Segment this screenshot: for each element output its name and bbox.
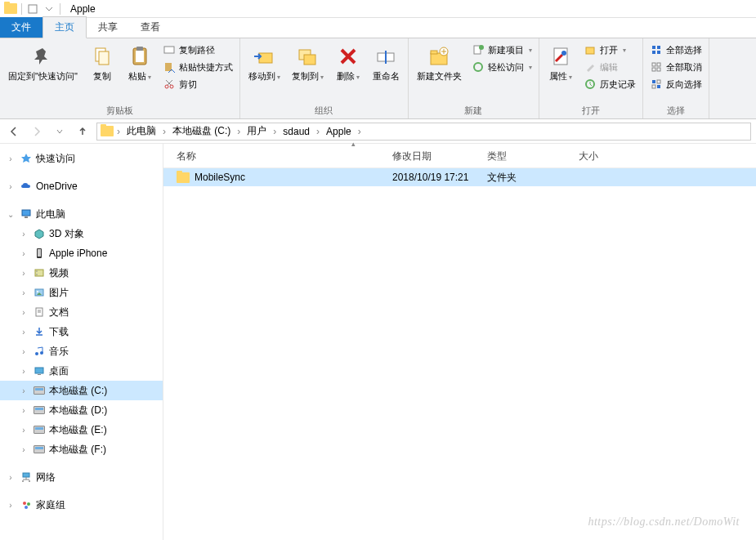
svg-rect-33 [652, 80, 655, 83]
invert-selection-button[interactable]: 反向选择 [646, 76, 705, 92]
copy-button[interactable]: 复制 [84, 40, 120, 85]
svg-rect-37 [22, 210, 30, 216]
navigation-pane[interactable]: ›快速访问 ›OneDrive ⌄此电脑 ›3D 对象 ›Apple iPhon… [0, 144, 163, 540]
svg-rect-23 [586, 47, 594, 54]
crumb-apple[interactable]: Apple [323, 126, 355, 137]
tree-disk-f[interactable]: ›本地磁盘 (F:) [0, 440, 163, 459]
rename-button[interactable]: 重命名 [368, 40, 405, 85]
svg-rect-25 [652, 46, 655, 49]
history-icon [584, 78, 597, 91]
easy-access-button[interactable]: 轻松访问▾ [468, 59, 535, 75]
path-icon [163, 43, 176, 56]
tree-homegroup[interactable]: ›家庭组 [0, 495, 163, 515]
address-bar: › 此电脑› 本地磁盘 (C:)› 用户› sdaud› Apple› [0, 119, 756, 144]
qat-placeholder-icon[interactable] [25, 2, 40, 16]
pin-to-quick-access-button[interactable]: 固定到"快速访问" [3, 40, 83, 85]
svg-rect-5 [136, 47, 143, 51]
svg-rect-53 [38, 374, 41, 375]
3d-icon [33, 227, 46, 240]
window-title: Apple [70, 3, 96, 15]
column-header-size[interactable]: 大小 [579, 150, 644, 163]
tree-onedrive[interactable]: ›OneDrive [0, 176, 163, 196]
file-row[interactable]: MobileSync 2018/10/19 17:21 文件夹 [163, 168, 756, 186]
ribbon-group-select: 全部选择 全部取消 反向选择 选择 [643, 38, 709, 118]
disk-icon [33, 423, 46, 436]
svg-rect-34 [657, 80, 660, 83]
tree-pictures[interactable]: ›图片 [0, 283, 163, 302]
crumb-disk-c[interactable]: 本地磁盘 (C:) [169, 124, 234, 138]
tree-disk-d[interactable]: ›本地磁盘 (D:) [0, 400, 163, 420]
tree-documents[interactable]: ›文档 [0, 302, 163, 322]
select-none-button[interactable]: 全部取消 [646, 59, 705, 75]
svg-point-9 [170, 85, 173, 88]
disk-icon [33, 443, 46, 456]
recent-dropdown-button[interactable] [51, 123, 69, 141]
new-item-button[interactable]: 新建项目▾ [468, 42, 535, 58]
svg-point-8 [165, 85, 168, 88]
svg-rect-6 [164, 47, 174, 53]
column-header-name[interactable]: 名称 [177, 150, 392, 163]
forward-button[interactable] [28, 123, 46, 141]
move-to-icon [251, 43, 277, 69]
open-group-label: 打开 [543, 103, 639, 118]
tree-disk-c[interactable]: ›本地磁盘 (C:) [0, 381, 163, 400]
back-button[interactable] [5, 123, 23, 141]
open-button[interactable]: 打开▾ [580, 42, 639, 58]
desktop-icon [33, 364, 46, 377]
paste-button[interactable]: 粘贴▾ [122, 40, 158, 85]
column-header-type[interactable]: 类型 [487, 150, 579, 163]
properties-button[interactable]: 属性▾ [543, 40, 579, 85]
delete-button[interactable]: 删除▾ [330, 40, 366, 85]
tab-share[interactable]: 共享 [87, 17, 129, 38]
tree-3d-objects[interactable]: ›3D 对象 [0, 224, 163, 243]
tree-this-pc[interactable]: ⌄此电脑 [0, 204, 163, 224]
paste-icon [127, 43, 153, 69]
tree-iphone[interactable]: ›Apple iPhone [0, 243, 163, 263]
copy-path-button[interactable]: 复制路径 [159, 42, 236, 58]
tree-downloads[interactable]: ›下载 [0, 322, 163, 341]
crumb-sdaud[interactable]: sdaud [280, 126, 313, 137]
paste-shortcut-button[interactable]: 粘贴快捷方式 [159, 59, 236, 75]
file-list-pane[interactable]: ▴ 名称 修改日期 类型 大小 MobileSync 2018/10/19 17… [163, 144, 756, 540]
easy-access-icon [472, 60, 485, 74]
select-all-button[interactable]: 全部选择 [646, 42, 705, 58]
svg-point-20 [474, 63, 482, 71]
tree-disk-e[interactable]: ›本地磁盘 (E:) [0, 420, 163, 440]
svg-point-59 [23, 502, 26, 505]
svg-rect-38 [25, 216, 28, 218]
move-to-button[interactable]: 移动到▾ [244, 40, 285, 85]
tree-desktop[interactable]: ›桌面 [0, 361, 163, 381]
breadcrumb-bar[interactable]: › 此电脑› 本地磁盘 (C:)› 用户› sdaud› Apple› [96, 123, 751, 141]
new-folder-button[interactable]: 新建文件夹 [412, 40, 467, 85]
tab-view[interactable]: 查看 [129, 17, 172, 38]
edit-icon [584, 60, 597, 74]
tab-home[interactable]: 主页 [42, 16, 87, 38]
column-header-date[interactable]: 修改日期 [392, 150, 487, 163]
ribbon: 固定到"快速访问" 复制 粘贴▾ 复制路径 粘贴快捷方式 剪切 剪贴板 移动到▾ [0, 38, 756, 119]
file-date: 2018/10/19 17:21 [392, 172, 487, 183]
copy-to-button[interactable]: 复制到▾ [287, 40, 329, 85]
svg-point-57 [22, 480, 24, 482]
videos-icon [33, 266, 46, 279]
copy-icon [89, 43, 115, 69]
main-area: ›快速访问 ›OneDrive ⌄此电脑 ›3D 对象 ›Apple iPhon… [0, 144, 756, 540]
tree-network[interactable]: ›网络 [0, 467, 163, 487]
svg-rect-26 [657, 46, 660, 49]
crumb-this-pc[interactable]: 此电脑 [123, 124, 159, 138]
tab-file[interactable]: 文件 [0, 17, 42, 38]
up-button[interactable] [74, 123, 92, 141]
cut-button[interactable]: 剪切 [159, 76, 236, 92]
file-type: 文件夹 [487, 171, 579, 185]
star-icon [20, 152, 33, 165]
ribbon-group-organize: 移动到▾ 复制到▾ 删除▾ 重命名 组织 [240, 38, 409, 118]
edit-button[interactable]: 编辑 [580, 59, 639, 75]
svg-rect-27 [652, 51, 655, 54]
svg-rect-4 [136, 51, 144, 62]
tree-videos[interactable]: ›视频 [0, 263, 163, 283]
history-button[interactable]: 历史记录 [580, 76, 639, 92]
tree-music[interactable]: ›音乐 [0, 341, 163, 361]
crumb-users[interactable]: 用户 [244, 124, 270, 138]
qat-dropdown-icon[interactable] [42, 2, 56, 16]
svg-rect-12 [304, 55, 315, 65]
tree-quick-access[interactable]: ›快速访问 [0, 149, 163, 168]
